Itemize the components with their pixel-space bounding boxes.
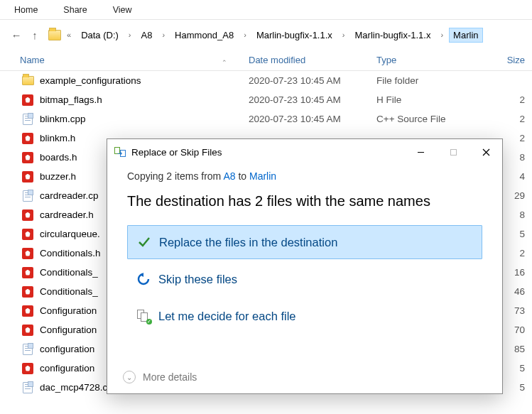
- file-size: 2: [483, 114, 532, 124]
- tab-share[interactable]: Share: [63, 5, 87, 15]
- h-file-icon: [20, 133, 36, 144]
- crumb-4[interactable]: Marlin-bugfix-1.1.x: [351, 28, 435, 43]
- file-name: buzzer.h: [40, 171, 104, 182]
- h-file-icon: [20, 152, 36, 163]
- file-name: boards.h: [40, 152, 104, 163]
- file-row[interactable]: blinkm.cpp2020-07-23 10:45 AMC++ Source …: [0, 109, 532, 129]
- tab-view[interactable]: View: [113, 5, 132, 15]
- file-name: circularqueue.: [40, 229, 104, 239]
- file-name: Conditionals_: [40, 267, 104, 278]
- h-file-icon: [20, 286, 36, 298]
- h-file-icon: [20, 209, 36, 221]
- file-name: configuration: [40, 344, 104, 354]
- cpp-file-icon: [20, 190, 36, 202]
- file-name: bitmap_flags.h: [40, 94, 249, 105]
- breadcrumb-overflow[interactable]: «: [64, 31, 74, 39]
- file-date: 2020-07-23 10:45 AM: [249, 114, 376, 124]
- crumb-0[interactable]: Data (D:): [77, 28, 123, 43]
- file-name: example_configurations: [40, 75, 249, 86]
- col-date[interactable]: Date modified: [249, 55, 376, 65]
- crumb-3[interactable]: Marlin-bugfix-1.1.x: [252, 28, 337, 43]
- more-details-toggle[interactable]: ⌄ More details: [123, 371, 197, 383]
- col-size[interactable]: Size: [483, 55, 532, 65]
- file-name: configuration: [40, 363, 104, 374]
- cpp-file-icon: [20, 114, 36, 125]
- chevron-down-icon: ⌄: [123, 371, 136, 383]
- crumb-5[interactable]: Marlin: [449, 28, 482, 43]
- copy-conflict-icon: ➜: [114, 147, 126, 157]
- file-name: cardreader.cp: [40, 190, 104, 201]
- file-name: blinkm.cpp: [40, 114, 249, 124]
- col-type[interactable]: Type: [376, 55, 483, 65]
- chevron-right-icon[interactable]: ›: [438, 31, 446, 39]
- h-file-icon: [20, 229, 36, 240]
- chevron-right-icon[interactable]: ›: [159, 31, 168, 39]
- up-button[interactable]: ↑: [27, 27, 43, 43]
- file-date: 2020-07-23 10:45 AM: [249, 94, 376, 105]
- file-type: File folder: [376, 75, 483, 86]
- file-row[interactable]: bitmap_flags.h2020-07-23 10:45 AMH File2: [0, 90, 532, 109]
- svg-rect-1: [450, 149, 456, 155]
- option-skip[interactable]: Skip these files: [127, 262, 482, 296]
- file-type: C++ Source File: [376, 114, 483, 124]
- h-file-icon: [20, 171, 36, 183]
- file-size: 2: [483, 94, 532, 105]
- copying-status: Copying 2 items from A8 to Marlin: [127, 170, 482, 182]
- chevron-right-icon[interactable]: ›: [340, 31, 348, 39]
- option-replace[interactable]: Replace the files in the destination: [127, 225, 482, 259]
- sort-indicator-icon: ⌃: [222, 59, 227, 66]
- h-file-icon: [20, 363, 36, 374]
- skip-arrow-icon: [137, 273, 150, 285]
- h-file-icon: [20, 267, 36, 278]
- folder-icon: [20, 76, 36, 85]
- close-button[interactable]: [469, 141, 502, 163]
- file-name: Conditionals.h: [40, 248, 104, 258]
- tab-home[interactable]: Home: [14, 5, 38, 15]
- cpp-file-icon: [20, 344, 36, 355]
- file-name: Conditionals_: [40, 286, 104, 297]
- compare-files-icon: ✓: [137, 310, 150, 322]
- crumb-1[interactable]: A8: [137, 28, 157, 43]
- h-file-icon: [20, 248, 36, 259]
- ribbon-tabs: Home Share View: [0, 0, 532, 20]
- dialog-title: Replace or Skip Files: [131, 147, 222, 158]
- option-decide[interactable]: ✓ Let me decide for each file: [127, 299, 482, 333]
- copy-src-link[interactable]: A8: [223, 170, 235, 182]
- column-header: Name⌃ Date modified Type Size: [0, 50, 532, 71]
- replace-skip-dialog: ➜ Replace or Skip Files Copying 2 items …: [107, 138, 503, 394]
- breadcrumb-bar: ← ↑ « Data (D:) › A8 › Hammond_A8 › Marl…: [0, 20, 532, 50]
- file-type: H File: [376, 94, 483, 105]
- chevron-right-icon[interactable]: ›: [126, 31, 134, 39]
- file-name: cardreader.h: [40, 209, 104, 220]
- file-date: 2020-07-23 10:45 AM: [249, 75, 376, 86]
- crumb-2[interactable]: Hammond_A8: [170, 28, 238, 43]
- cpp-file-icon: [20, 382, 36, 393]
- copy-dst-link[interactable]: Marlin: [249, 170, 276, 182]
- back-button[interactable]: ←: [9, 27, 24, 43]
- chevron-right-icon[interactable]: ›: [241, 31, 249, 39]
- h-file-icon: [20, 325, 36, 336]
- file-name: Configuration: [40, 305, 104, 316]
- checkmark-icon: [138, 236, 151, 249]
- h-file-icon: [20, 305, 36, 317]
- file-row[interactable]: example_configurations2020-07-23 10:45 A…: [0, 71, 532, 90]
- file-name: Configuration: [40, 325, 104, 335]
- folder-root-icon: [48, 30, 61, 40]
- h-file-icon: [20, 94, 36, 106]
- dialog-headline: The destination has 2 files with the sam…: [127, 193, 482, 209]
- minimize-button[interactable]: [404, 141, 437, 163]
- dialog-titlebar[interactable]: ➜ Replace or Skip Files: [107, 139, 502, 165]
- col-name[interactable]: Name⌃: [0, 55, 249, 65]
- file-name: blinkm.h: [40, 133, 104, 143]
- maximize-button: [437, 141, 469, 163]
